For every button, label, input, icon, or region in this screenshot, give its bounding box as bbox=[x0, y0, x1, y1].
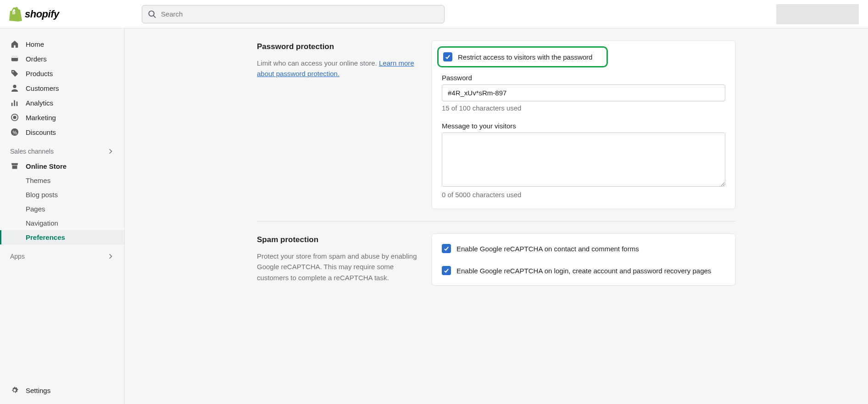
nav-label: Marketing bbox=[26, 114, 56, 122]
recaptcha-login-checkbox[interactable] bbox=[442, 266, 451, 275]
password-protection-section: Password protection Limit who can access… bbox=[257, 40, 736, 221]
nav-settings[interactable]: Settings bbox=[0, 383, 124, 398]
svg-rect-10 bbox=[17, 101, 18, 106]
target-icon bbox=[10, 113, 19, 122]
restrict-access-row: Restrict access to visitors with the pas… bbox=[437, 46, 608, 67]
spam-card: Enable Google reCAPTCHA on contact and c… bbox=[431, 233, 736, 286]
svg-point-6 bbox=[12, 71, 14, 72]
apps-heading[interactable]: Apps bbox=[0, 244, 124, 264]
brand-name: shopify bbox=[25, 8, 59, 20]
section-title: Password protection bbox=[257, 42, 422, 51]
topbar-profile-placeholder[interactable] bbox=[776, 4, 859, 24]
section-title: Spam protection bbox=[257, 235, 422, 244]
restrict-access-checkbox[interactable] bbox=[443, 52, 452, 61]
message-counter: 0 of 5000 characters used bbox=[442, 191, 725, 199]
nav-preferences[interactable]: Preferences bbox=[0, 230, 124, 244]
store-icon bbox=[10, 162, 19, 170]
check-icon bbox=[443, 245, 450, 252]
nav-online-store[interactable]: Online Store bbox=[0, 159, 124, 173]
svg-point-17 bbox=[13, 389, 16, 391]
svg-text:%: % bbox=[13, 130, 17, 135]
nav-orders[interactable]: Orders bbox=[0, 51, 124, 66]
svg-point-2 bbox=[149, 11, 154, 16]
nav-blog-posts[interactable]: Blog posts bbox=[0, 188, 124, 202]
search-input[interactable] bbox=[161, 10, 439, 18]
sales-channels-heading: Sales channels bbox=[0, 139, 124, 159]
nav-label: Products bbox=[26, 70, 53, 77]
recaptcha-contact-row: Enable Google reCAPTCHA on contact and c… bbox=[442, 244, 725, 253]
nav-label: Orders bbox=[26, 55, 47, 63]
search-box[interactable] bbox=[142, 5, 445, 23]
chevron-right-icon bbox=[107, 253, 114, 260]
message-label: Message to your visitors bbox=[442, 122, 725, 130]
person-icon bbox=[10, 84, 19, 92]
svg-rect-5 bbox=[11, 56, 18, 58]
gear-icon bbox=[10, 386, 19, 394]
recaptcha-login-row: Enable Google reCAPTCHA on login, create… bbox=[442, 266, 725, 275]
svg-point-7 bbox=[13, 85, 16, 88]
percent-icon: % bbox=[10, 128, 19, 136]
recaptcha-contact-checkbox[interactable] bbox=[442, 244, 451, 253]
search-icon bbox=[148, 10, 156, 19]
home-icon bbox=[10, 40, 19, 48]
password-card: Restrict access to visitors with the pas… bbox=[431, 40, 736, 209]
checkbox-label: Enable Google reCAPTCHA on login, create… bbox=[456, 267, 711, 275]
nav-discounts[interactable]: % Discounts bbox=[0, 125, 124, 139]
chevron-right-icon[interactable] bbox=[107, 148, 114, 155]
nav-pages[interactable]: Pages bbox=[0, 202, 124, 216]
section-description: Limit who can access your online store. … bbox=[257, 58, 422, 79]
check-icon bbox=[443, 267, 450, 274]
check-icon bbox=[445, 54, 451, 60]
main-content: Password protection Limit who can access… bbox=[125, 0, 868, 404]
nav-navigation[interactable]: Navigation bbox=[0, 216, 124, 230]
nav-customers[interactable]: Customers bbox=[0, 81, 124, 95]
checkbox-label: Restrict access to visitors with the pas… bbox=[458, 53, 592, 61]
nav-label: Analytics bbox=[26, 99, 53, 107]
topbar: S shopify bbox=[0, 0, 868, 28]
nav-marketing[interactable]: Marketing bbox=[0, 110, 124, 125]
svg-text:S: S bbox=[13, 11, 15, 14]
svg-line-3 bbox=[153, 15, 156, 17]
sidebar: Home Orders Products Customers Analytics… bbox=[0, 28, 125, 404]
svg-rect-15 bbox=[12, 166, 17, 169]
password-input[interactable] bbox=[442, 84, 725, 101]
section-description: Protect your store from spam and abuse b… bbox=[257, 251, 422, 283]
nav-label: Settings bbox=[26, 387, 50, 394]
checkbox-label: Enable Google reCAPTCHA on contact and c… bbox=[456, 245, 639, 253]
nav-products[interactable]: Products bbox=[0, 66, 124, 81]
shopify-bag-icon: S bbox=[9, 7, 22, 22]
nav-home[interactable]: Home bbox=[0, 37, 124, 51]
password-label: Password bbox=[442, 74, 725, 82]
visitor-message-textarea[interactable] bbox=[442, 133, 725, 187]
tag-icon bbox=[10, 69, 19, 77]
svg-rect-8 bbox=[11, 103, 13, 106]
spam-protection-section: Spam protection Protect your store from … bbox=[257, 233, 736, 298]
nav-themes[interactable]: Themes bbox=[0, 173, 124, 188]
bars-icon bbox=[10, 99, 19, 107]
nav-label: Customers bbox=[26, 84, 59, 92]
nav-label: Discounts bbox=[26, 128, 56, 136]
svg-rect-9 bbox=[14, 100, 15, 106]
svg-point-12 bbox=[13, 116, 16, 118]
orders-icon bbox=[10, 55, 19, 63]
nav-label: Home bbox=[26, 40, 44, 48]
password-counter: 15 of 100 characters used bbox=[442, 104, 725, 112]
nav-label: Online Store bbox=[26, 162, 67, 170]
nav-analytics[interactable]: Analytics bbox=[0, 95, 124, 110]
shopify-logo[interactable]: S shopify bbox=[9, 7, 59, 22]
